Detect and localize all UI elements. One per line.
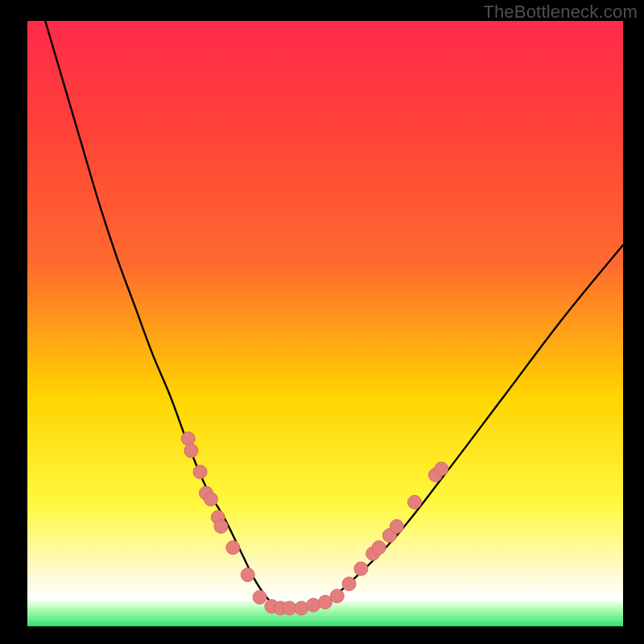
data-marker [408,495,422,509]
watermark-label: TheBottleneck.com [483,2,638,23]
data-marker [214,519,228,533]
data-marker [354,562,368,576]
chart-svg [27,21,623,626]
chart-frame: TheBottleneck.com [0,0,644,644]
data-marker [330,589,344,603]
data-marker [181,431,195,445]
data-marker [307,598,320,612]
data-marker [193,465,207,479]
data-marker [226,541,240,555]
data-marker [204,493,217,506]
data-marker [342,577,356,591]
data-marker [241,568,254,582]
data-marker [390,519,403,533]
plot-area [27,21,623,626]
gradient-background [27,21,623,626]
data-marker [435,462,448,476]
data-marker [295,601,308,615]
data-marker [372,541,386,555]
data-marker [184,444,198,457]
data-marker [253,590,266,604]
